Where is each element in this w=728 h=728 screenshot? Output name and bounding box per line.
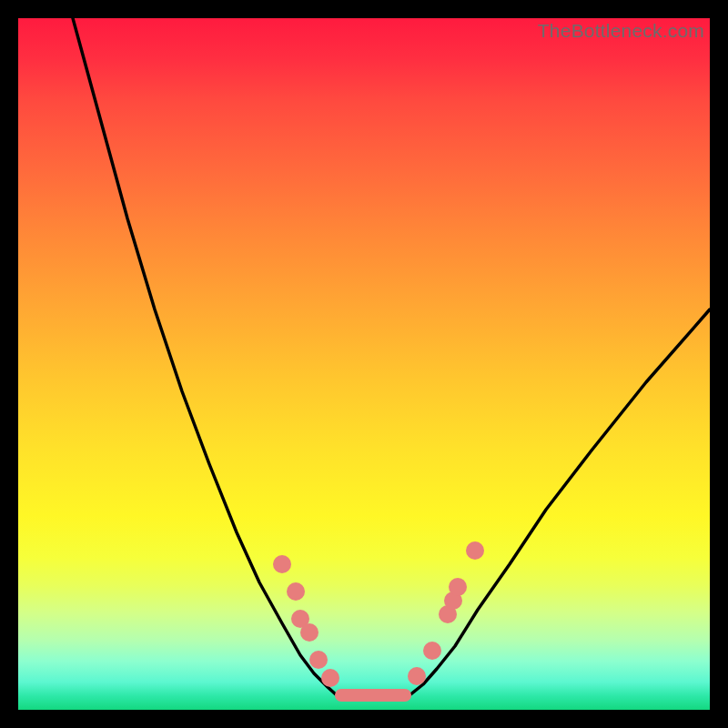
left-dot-1 xyxy=(273,555,291,573)
marker-dots-group xyxy=(273,541,484,687)
plot-frame: TheBottleneck.com xyxy=(18,18,710,710)
left-dot-5 xyxy=(309,651,328,669)
chart-overlay xyxy=(18,18,710,710)
left-dot-2 xyxy=(287,582,305,601)
right-curve-path xyxy=(410,309,710,695)
right-dot-6 xyxy=(466,541,484,560)
right-dot-1 xyxy=(408,667,426,685)
right-dot-2 xyxy=(423,642,441,660)
right-dot-5 xyxy=(449,578,467,596)
left-dot-6 xyxy=(321,669,339,687)
left-dot-4 xyxy=(300,623,318,642)
